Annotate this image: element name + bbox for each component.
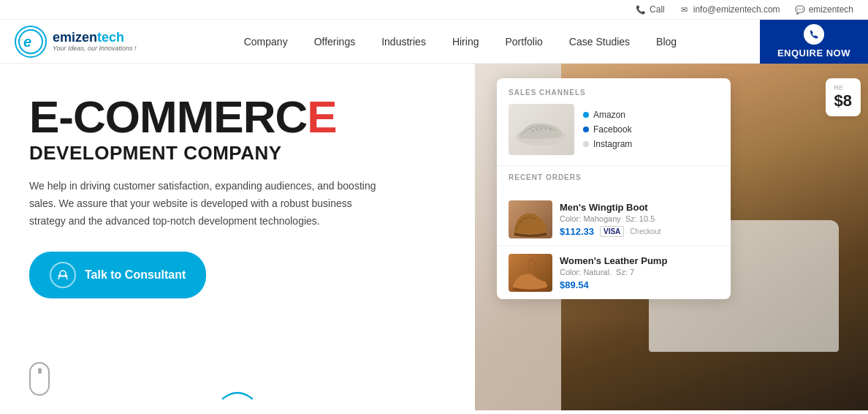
skype-item: 💬 emizentech <box>795 4 853 15</box>
nav-company[interactable]: Company <box>231 20 301 64</box>
talk-to-consultant-button[interactable]: Talk to Consultant <box>29 252 206 298</box>
order-meta-2: Color: Natural. Sz: 7 <box>560 268 719 276</box>
email-address: info@emizentech.com <box>693 4 780 15</box>
enquire-button[interactable]: ENQUIRE NOW <box>760 20 868 64</box>
svg-point-4 <box>66 275 68 277</box>
sales-channels-section: SALES CHANNELS <box>497 78 731 165</box>
phone-icon: 📞 <box>636 4 646 15</box>
hero-right: SALES CHANNELS <box>475 64 868 410</box>
channel-instagram: Instagram <box>583 139 632 149</box>
nav-blog[interactable]: Blog <box>643 20 690 64</box>
channel-amazon: Amazon <box>583 110 632 120</box>
enquire-label: ENQUIRE NOW <box>777 48 850 59</box>
talk-btn-label: Talk to Consultant <box>85 268 186 282</box>
order-info-1: Men's Wingtip Boot Color: Mahogany Sz: 1… <box>560 202 719 237</box>
revenue-badge: RE $8 <box>826 78 861 116</box>
skype-icon: 💬 <box>795 4 805 15</box>
revenue-value: $8 <box>834 91 852 110</box>
svg-point-9 <box>545 128 547 130</box>
amazon-label: Amazon <box>593 110 625 120</box>
svg-text:e: e <box>23 34 31 50</box>
email-icon: ✉ <box>679 4 690 15</box>
order-price-row-2: $89.54 <box>560 279 719 290</box>
svg-point-6 <box>532 130 534 132</box>
instagram-label: Instagram <box>593 139 632 149</box>
logo-name: emizentech <box>53 31 137 45</box>
nav-case-studies[interactable]: Case Studies <box>556 20 643 64</box>
order-meta-1: Color: Mahogany Sz: 10.5 <box>560 214 719 223</box>
skype-handle: emizentech <box>809 4 853 15</box>
order-row-1: Men's Wingtip Boot Color: Mahogany Sz: 1… <box>497 193 731 246</box>
nav-hiring[interactable]: Hiring <box>439 20 492 64</box>
email-item: ✉ info@emizentech.com <box>679 4 780 15</box>
svg-point-3 <box>58 275 61 277</box>
hero-title-main: E-COMMERCE <box>29 93 446 140</box>
call-item: 📞 Call <box>636 4 665 15</box>
order-row-2: Women's Leather Pump Color: Natural. Sz:… <box>497 246 731 299</box>
sales-channels-title: SALES CHANNELS <box>509 89 719 97</box>
facebook-label: Facebook <box>593 124 632 135</box>
nav-industries[interactable]: Industries <box>368 20 439 64</box>
order-name-1: Men's Wingtip Boot <box>560 202 719 213</box>
order-info-2: Women's Leather Pump Color: Natural. Sz:… <box>560 255 719 290</box>
order-name-2: Women's Leather Pump <box>560 255 719 266</box>
revenue-label: RE <box>834 84 852 91</box>
logo-tagline: Your Ideas, our Innovations ! <box>53 45 137 52</box>
order-thumb-boot <box>509 200 552 238</box>
svg-point-7 <box>536 129 538 131</box>
call-label: Call <box>650 4 665 15</box>
product-shoe-image <box>509 104 574 155</box>
scroll-indicator <box>29 362 50 396</box>
hero-title-sub: DEVELOPMENT COMPANY <box>29 142 446 165</box>
recent-orders-title: RECENT ORDERS <box>509 173 719 181</box>
navbar: e emizentech Your Ideas, our Innovations… <box>0 20 868 64</box>
checkout-text: Checkout <box>630 227 660 236</box>
facebook-dot <box>583 127 589 132</box>
amazon-dot <box>583 112 589 118</box>
nav-portfolio[interactable]: Portfolio <box>492 20 555 64</box>
logo-icon: e <box>15 26 47 58</box>
ecommerce-ui-card: SALES CHANNELS <box>497 78 731 299</box>
order-price-row-1: $112.33 VISA Checkout <box>560 226 719 237</box>
svg-point-10 <box>549 129 552 131</box>
channel-list: Amazon Facebook Instagram <box>583 104 632 155</box>
sales-channels-row: Amazon Facebook Instagram <box>509 104 719 155</box>
order-price-1: $112.33 <box>560 226 594 237</box>
order-thumb-pump <box>509 254 552 292</box>
recent-orders-section: RECENT ORDERS <box>497 166 731 193</box>
hero-description: We help in driving customer satisfaction… <box>29 178 387 230</box>
enquire-phone-icon <box>804 24 824 45</box>
nav-links: Company Offerings Industries Hiring Port… <box>161 20 760 64</box>
arc-indicator <box>219 385 256 403</box>
svg-point-8 <box>541 128 543 130</box>
order-price-2: $89.54 <box>560 279 589 290</box>
instagram-dot <box>583 141 589 147</box>
channel-facebook: Facebook <box>583 124 632 135</box>
top-bar: 📞 Call ✉ info@emizentech.com 💬 emizentec… <box>0 0 868 20</box>
hero-left: E-COMMERCE DEVELOPMENT COMPANY We help i… <box>0 64 475 410</box>
logo-text: emizentech Your Ideas, our Innovations ! <box>53 31 137 53</box>
hero-section: E-COMMERCE DEVELOPMENT COMPANY We help i… <box>0 64 868 410</box>
logo-area: e emizentech Your Ideas, our Innovations… <box>0 26 161 58</box>
visa-badge: VISA <box>600 226 624 237</box>
nav-offerings[interactable]: Offerings <box>301 20 369 64</box>
scroll-dot <box>38 368 42 374</box>
headset-icon <box>50 262 76 288</box>
